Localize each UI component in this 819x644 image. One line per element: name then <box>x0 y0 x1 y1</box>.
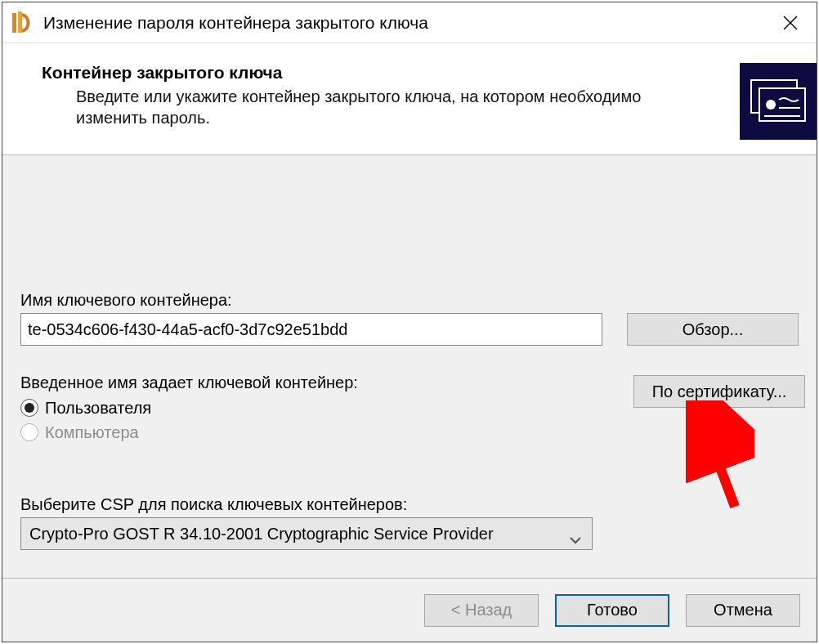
close-button[interactable] <box>768 3 813 42</box>
container-name-input[interactable] <box>20 313 602 346</box>
dialog-window: Изменение пароля контейнера закрытого кл… <box>2 2 817 642</box>
app-icon <box>11 11 32 34</box>
certificate-icon <box>740 63 817 140</box>
csp-selected-value: Crypto-Pro GOST R 34.10-2001 Cryptograph… <box>29 525 494 543</box>
scope-radio-user-label: Пользователя <box>45 399 151 418</box>
cancel-button[interactable]: Отмена <box>686 594 800 627</box>
svg-rect-0 <box>12 13 16 33</box>
browse-button[interactable]: Обзор... <box>627 313 799 346</box>
scope-label: Введенное имя задает ключевой контейнер: <box>20 373 609 392</box>
csp-label: Выберите CSP для поиска ключевых контейн… <box>20 495 799 514</box>
finish-button[interactable]: Готово <box>555 594 669 627</box>
container-name-label: Имя ключевого контейнера: <box>20 291 799 310</box>
header-panel: Контейнер закрытого ключа Введите или ук… <box>2 43 817 155</box>
by-certificate-button[interactable]: По сертификату... <box>633 375 805 408</box>
scope-radio-computer-label: Компьютера <box>45 423 139 442</box>
scope-radio-computer: Компьютера <box>20 420 609 445</box>
back-button: < Назад <box>424 594 539 627</box>
chevron-down-icon <box>569 530 582 538</box>
svg-point-6 <box>766 100 776 110</box>
scope-radio-computer-input <box>20 423 38 441</box>
window-title: Изменение пароля контейнера закрытого кл… <box>43 13 768 33</box>
svg-rect-1 <box>18 11 22 33</box>
footer: < Назад Готово Отмена <box>2 578 817 642</box>
body-area: Имя ключевого контейнера: Обзор... Введе… <box>2 155 817 578</box>
titlebar: Изменение пароля контейнера закрытого кл… <box>2 2 817 43</box>
scope-radio-user[interactable]: Пользователя <box>20 396 609 420</box>
csp-select[interactable]: Crypto-Pro GOST R 34.10-2001 Cryptograph… <box>20 517 593 550</box>
scope-radio-user-input[interactable] <box>20 399 38 417</box>
header-title: Контейнер закрытого ключа <box>42 63 732 83</box>
header-description: Введите или укажите контейнер закрытого … <box>42 86 679 128</box>
scope-radio-group: Пользователя Компьютера <box>20 396 609 445</box>
